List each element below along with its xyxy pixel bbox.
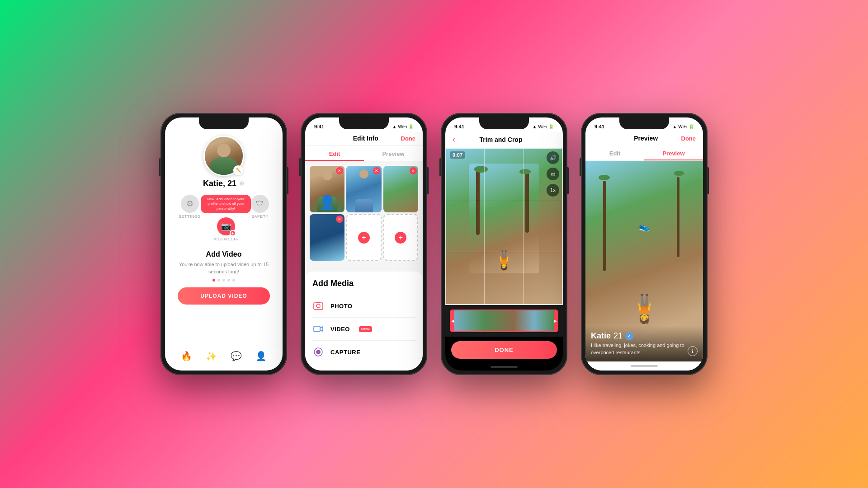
notch-4 — [619, 117, 669, 129]
camera-icon: 📷 + — [217, 217, 235, 235]
preview-tab-edit[interactable]: Edit — [585, 145, 644, 160]
preview-profile-name: Katie 21 ✓ — [591, 331, 698, 341]
notch-1 — [199, 117, 249, 129]
shield-icon: 🛡 — [251, 195, 269, 213]
status-time-4: 9:41 — [594, 124, 604, 129]
upload-video-btn[interactable]: UPLOAD VIDEO — [178, 287, 269, 305]
dot-4 — [227, 279, 230, 282]
preview-bio: I like traveling, jokes, cooking and goi… — [591, 342, 698, 356]
edit-tabs: Edit Preview — [305, 146, 423, 161]
loop-btn[interactable]: ∞ — [547, 168, 559, 180]
timeline-section: ◀ ▶ — [445, 305, 563, 337]
bottom-nav-1: 🔥 ✨ 💬 👤 — [165, 346, 283, 371]
add-photo-btn-1[interactable]: + — [346, 214, 381, 261]
status-time-2: 9:41 — [314, 124, 324, 129]
edit-done-btn[interactable]: Done — [401, 135, 416, 142]
tree-trunk-1 — [603, 181, 606, 271]
back-btn[interactable]: ‹ — [453, 135, 455, 144]
preview-tabs: Edit Preview — [585, 145, 703, 161]
tree-top-2 — [674, 171, 684, 176]
status-icons-3: ▲ WiFi 🔋 — [533, 124, 554, 129]
trim-crop-header: ‹ Trim and Crop — [445, 132, 563, 148]
preview-video: 🔊 🧍 👟 — [585, 161, 703, 361]
tree-trunk-2 — [677, 177, 679, 258]
home-indicator-3 — [445, 363, 563, 371]
settings-btn[interactable]: ⚙ SETTINGS — [179, 195, 201, 219]
preview-header: Preview Done — [585, 132, 703, 145]
trim-done-btn[interactable]: DONE — [451, 341, 557, 359]
boost-icon[interactable]: ✨ — [206, 351, 217, 361]
add-video-section: Add Video You're now able to upload vide… — [165, 246, 283, 346]
video-option[interactable]: VIDEO NEW — [312, 318, 415, 341]
phone-4: 9:41 ▲ WiFi 🔋 Preview Done Edit Preview — [581, 113, 708, 375]
home-bar-4 — [631, 365, 658, 367]
profile-icon[interactable]: 👤 — [255, 351, 267, 361]
message-icon[interactable]: 💬 — [231, 351, 242, 361]
capture-label: CAPTURE — [330, 349, 360, 356]
photo-cell-1[interactable]: ✕ — [310, 166, 344, 212]
photo-cell-3[interactable]: ✕ — [383, 166, 418, 212]
svg-marker-4 — [320, 327, 323, 331]
plus-icon-2: + — [395, 232, 406, 244]
svg-rect-3 — [314, 326, 320, 332]
photo-label: PHOTO — [330, 303, 353, 310]
phones-container: 9:41 ▲ WiFi 🔋 — [0, 0, 868, 488]
video-canvas: 🧍 0:07 🔊 ∞ — [445, 148, 563, 305]
settings-gear-small: ⚙ — [239, 180, 245, 187]
timeline-strip[interactable]: ◀ ▶ — [450, 310, 558, 332]
add-video-desc: You're now able to upload video up to 15… — [174, 261, 274, 275]
home-indicator-4 — [585, 361, 703, 371]
video-person: 🧍 — [445, 148, 563, 305]
tab-preview[interactable]: Preview — [364, 146, 423, 161]
dot-3 — [222, 279, 225, 282]
verified-badge: ✓ — [625, 332, 633, 340]
notch-3 — [479, 117, 529, 129]
volume-btn[interactable]: 🔊 — [547, 151, 559, 164]
dot-2 — [217, 279, 220, 282]
tab-edit[interactable]: Edit — [305, 146, 364, 161]
add-media-title: Add Media — [312, 279, 415, 288]
info-btn[interactable]: ℹ — [688, 346, 698, 356]
preview-tab-preview[interactable]: Preview — [644, 145, 703, 160]
add-media-btn[interactable]: New! Add video to your profile to show o… — [201, 195, 251, 241]
svg-point-6 — [316, 350, 321, 354]
edit-info-header: Edit Info Done — [305, 132, 423, 146]
preview-title: Preview — [634, 135, 658, 142]
capture-option[interactable]: CAPTURE — [312, 341, 415, 363]
new-badge: NEW — [359, 326, 372, 332]
status-icons-2: ▲ WiFi 🔋 — [392, 124, 414, 129]
notch-2 — [339, 117, 389, 129]
add-photo-btn-2[interactable]: + — [383, 214, 418, 261]
phone-2: 9:41 ▲ WiFi 🔋 Edit Info Done Edit Previe… — [301, 113, 427, 375]
preview-person: 🧍 — [627, 293, 661, 325]
photo-option[interactable]: PHOTO — [312, 295, 415, 318]
remove-btn-2[interactable]: ✕ — [373, 167, 380, 174]
remove-btn-3[interactable]: ✕ — [410, 167, 417, 174]
dots-row — [212, 279, 235, 282]
safety-btn[interactable]: 🛡 SAFETY — [251, 195, 269, 219]
video-label: VIDEO — [330, 326, 350, 333]
photo-cell-2[interactable]: ✕ — [346, 166, 381, 212]
photo-icon — [312, 300, 324, 312]
tooltip-bubble: New! Add video to your profile to show o… — [201, 195, 251, 213]
like-icon[interactable]: 🔥 — [181, 351, 192, 361]
capture-icon — [312, 346, 324, 358]
edit-avatar-btn[interactable]: ✏️ — [233, 165, 243, 175]
video-icon — [312, 323, 324, 335]
trim-title: Trim and Crop — [480, 136, 523, 143]
speed-btn[interactable]: 1x — [547, 184, 559, 197]
photo-cell-4[interactable]: ✕ — [310, 214, 344, 261]
phone-3: 9:41 ▲ WiFi 🔋 ‹ Trim and Crop — [441, 113, 567, 375]
edit-info-title: Edit Info — [353, 135, 378, 142]
status-icons-4: ▲ WiFi 🔋 — [673, 124, 694, 129]
preview-profile-info: Katie 21 ✓ I like traveling, jokes, cook… — [585, 326, 703, 361]
add-media-sheet: Add Media PHOTO — [305, 272, 423, 371]
video-time: 0:07 — [450, 151, 465, 159]
svg-rect-2 — [316, 302, 320, 303]
dot-1 — [212, 279, 215, 282]
phone-1: 9:41 ▲ WiFi 🔋 — [160, 113, 287, 375]
timeline-handle-left[interactable]: ◀ — [451, 310, 454, 331]
preview-done-btn[interactable]: Done — [681, 135, 696, 142]
tree-top-1 — [599, 175, 610, 180]
timeline-handle-right[interactable]: ▶ — [554, 310, 557, 331]
